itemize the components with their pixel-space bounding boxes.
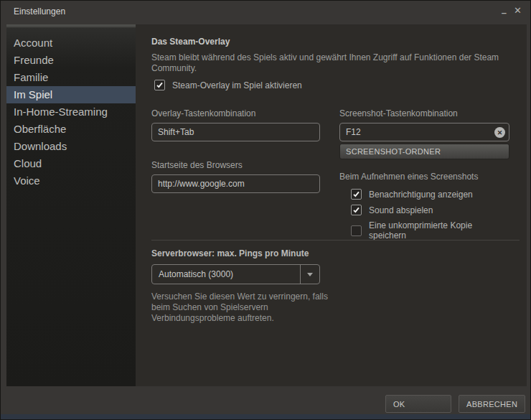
uncompressed-copy-label: Eine unkomprimierte Kopie speichern (369, 220, 509, 241)
sound-checkbox[interactable] (351, 205, 362, 215)
settings-content-panel: Das Steam-Overlay Steam bleibt während d… (136, 24, 527, 386)
option-row-notification: Benachrichtigung anzeigen (351, 189, 509, 200)
sidebar-item-familie[interactable]: Familie (6, 69, 136, 86)
overlay-section-heading: Das Steam-Overlay (151, 37, 230, 47)
overlay-description-line1: Steam bleibt während des Spiels aktiv un… (151, 52, 499, 63)
overlay-hotkey-input[interactable] (151, 123, 320, 141)
serverbrowser-heading: Serverbrowser: max. Pings pro Minute (151, 248, 309, 258)
titlebar[interactable]: Einstellungen – ✕ (1, 1, 530, 24)
window-bottom-accent (1, 414, 530, 419)
sidebar-item-account[interactable]: Account (6, 34, 136, 52)
max-pings-dropdown[interactable]: Automatisch (3000) (151, 264, 320, 284)
screenshot-hotkey-label: Screenshot-Tastenkombination (339, 108, 509, 118)
close-icon[interactable]: ✕ (514, 4, 522, 17)
overlay-description-line2: Community. (151, 63, 499, 74)
notification-label: Benachrichtigung anzeigen (369, 190, 473, 200)
left-column: Overlay-Tastenkombination Startseite des… (151, 108, 320, 193)
checkmark-icon (352, 206, 360, 214)
checkmark-icon (352, 190, 360, 198)
settings-window: Einstellungen – ✕ Account Freunde Famili… (0, 0, 531, 420)
sidebar-item-voice[interactable]: Voice (6, 172, 136, 190)
sound-label: Sound abspielen (369, 205, 433, 215)
enable-overlay-checkbox[interactable] (154, 80, 165, 90)
sidebar-item-downloads[interactable]: Downloads (6, 138, 136, 155)
serverbrowser-help-text: Versuchen Sie diesen Wert zu verringern,… (151, 291, 328, 324)
section-divider (151, 240, 520, 241)
window-controls: – ✕ (502, 4, 522, 17)
help-line1: Versuchen Sie diesen Wert zu verringern,… (151, 291, 328, 302)
enable-overlay-label: Steam-Overlay im Spiel aktivieren (172, 80, 302, 90)
screenshot-options-list: Benachrichtigung anzeigen Sound abspiele… (339, 189, 509, 241)
uncompressed-copy-checkbox[interactable] (351, 225, 362, 236)
sidebar-item-freunde[interactable]: Freunde (6, 52, 136, 69)
option-row-uncompressed: Eine unkomprimierte Kopie speichern (351, 220, 509, 241)
sidebar-item-oberflaeche[interactable]: Oberfläche (6, 121, 136, 138)
settings-sidebar: Account Freunde Familie Im Spiel In-Home… (6, 24, 136, 386)
notification-checkbox[interactable] (351, 189, 362, 200)
sidebar-item-in-home-streaming[interactable]: In-Home-Streaming (6, 103, 136, 121)
max-pings-selected-value: Automatisch (3000) (152, 265, 300, 284)
overlay-hotkey-label: Overlay-Tastenkombination (151, 108, 320, 118)
sidebar-item-im-spiel[interactable]: Im Spiel (6, 86, 136, 103)
screenshot-folder-button[interactable]: SCREENSHOT-ORDNER (339, 144, 509, 159)
sidebar-item-cloud[interactable]: Cloud (6, 155, 136, 172)
screenshot-hotkey-input[interactable] (339, 123, 509, 141)
browser-homepage-label: Startseite des Browsers (151, 160, 320, 170)
chevron-down-icon (307, 273, 313, 276)
minimize-icon[interactable]: – (502, 6, 507, 19)
checkmark-icon (156, 81, 164, 89)
help-line2: beim Suchen von Spielservern (151, 302, 328, 313)
screenshot-options-label: Beim Aufnehmen eines Screenshots (339, 172, 509, 182)
option-row-sound: Sound abspielen (351, 205, 509, 215)
browser-homepage-input[interactable] (151, 174, 320, 193)
right-column: Screenshot-Tastenkombination ✕ SCREENSHO… (339, 108, 509, 241)
window-title: Einstellungen (14, 6, 65, 17)
dropdown-arrow-button[interactable] (300, 265, 319, 284)
overlay-description: Steam bleibt während des Spiels aktiv un… (151, 52, 499, 74)
clear-hotkey-icon[interactable]: ✕ (494, 127, 505, 138)
cancel-button[interactable]: ABBRECHEN (459, 395, 525, 413)
ok-button[interactable]: OK (385, 395, 451, 413)
help-line3: Verbindungsprobleme auftreten. (151, 313, 328, 324)
enable-overlay-row: Steam-Overlay im Spiel aktivieren (154, 80, 302, 90)
